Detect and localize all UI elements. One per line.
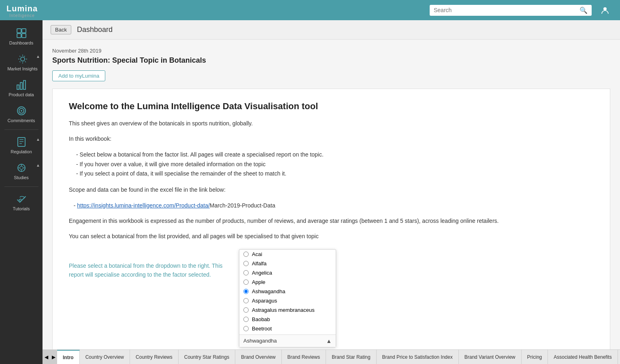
tab-item-brand-overview[interactable]: Brand Overview <box>235 350 281 364</box>
dropdown-item-label: Beetroot <box>252 326 272 332</box>
sidebar-section-studies: Studies ▲ <box>0 158 43 184</box>
tab-nav-left-button[interactable]: ◀ <box>43 350 50 364</box>
regulation-chevron-icon: ▲ <box>36 137 40 142</box>
dropdown-item[interactable]: Asparagus <box>239 296 336 305</box>
report-area: November 28th 2019 Sports Nutrition: Spe… <box>43 40 620 349</box>
bottom-section: Please select a botanical from the dropd… <box>69 249 594 347</box>
tab-item-pricing[interactable]: Pricing <box>522 350 548 364</box>
botanical-dropdown[interactable]: AcaiAlfalfaAngelicaAppleAshwagandhaAspar… <box>239 249 336 347</box>
sidebar-item-dashboards[interactable]: Dashboards <box>0 23 43 49</box>
sidebar-item-market-insights[interactable]: Market Insights <box>0 49 43 75</box>
target-icon <box>16 105 27 116</box>
dropdown-item-label: Ashwagandha <box>252 288 285 294</box>
tab-item-associated-botanicals[interactable]: Associated Botanicals <box>618 350 620 364</box>
scope-intro: Scope and data can be found in the excel… <box>69 185 594 194</box>
dropdown-item-label: Astragalus membranaceus <box>252 307 315 313</box>
insights-chevron-icon: ▲ <box>36 54 40 59</box>
scope-link-line: - https://insights.lumina-intelligence.c… <box>69 201 594 210</box>
tab-item-intro[interactable]: Intro <box>57 350 80 364</box>
dropdown-item[interactable]: Ashwagandha <box>239 287 336 296</box>
dropdown-item[interactable]: Angelica <box>239 268 336 277</box>
top-bar: Lumina Intelligence 🔍 <box>0 0 620 20</box>
studies-label: Studies <box>14 175 29 180</box>
user-icon-button[interactable] <box>597 2 614 19</box>
svg-rect-4 <box>22 34 26 38</box>
link-suffix: March-2019-Product-Data <box>210 202 275 209</box>
logo-subtitle: Intelligence <box>9 13 35 18</box>
svg-point-14 <box>20 166 23 169</box>
sidebar-item-tutorials[interactable]: Tutorials <box>0 189 43 215</box>
dropdown-item-label: Apple <box>252 279 265 285</box>
dropdown-selected-value: Ashwagandha <box>243 338 277 344</box>
search-input[interactable] <box>434 7 580 13</box>
tab-item-country-star-ratings[interactable]: Country Star Ratings <box>179 350 235 364</box>
you-can-para: You can select a botanical from the list… <box>69 232 594 241</box>
add-to-mylumina-button[interactable]: Add to myLumina <box>52 70 105 81</box>
in-this-workbook-label: In this workbook: <box>69 134 594 143</box>
dropdown-item[interactable]: Alfalfa <box>239 259 336 268</box>
bottom-tabs: ◀ ▶ IntroCountry OverviewCountry Reviews… <box>43 349 620 364</box>
sidebar-section-regulation: Regulation ▲ <box>0 132 43 158</box>
dropdown-item[interactable]: Baobab <box>239 315 336 324</box>
svg-point-11 <box>21 110 22 112</box>
scope-link[interactable]: https://insights.lumina-intelligence.com… <box>77 202 210 209</box>
dropdown-item[interactable]: Beetroot <box>239 324 336 333</box>
intro-para-1: This sheet gives an overview of the bota… <box>69 119 594 128</box>
sidebar-divider-2 <box>4 186 38 187</box>
sidebar-item-product-data[interactable]: Product data <box>0 75 43 101</box>
sidebar-item-studies[interactable]: Studies <box>0 158 43 184</box>
sidebar-section-insights-header: Market Insights ▲ <box>0 49 43 75</box>
sidebar-section-insights: Market Insights ▲ <box>0 49 43 75</box>
svg-point-5 <box>21 57 25 61</box>
tab-item-brand-price-to-satisfaction-index[interactable]: Brand Price to Satisfaction Index <box>377 350 459 364</box>
workbook-bullets: - Select below a botanical from the fact… <box>76 150 594 179</box>
tab-nav-right-button[interactable]: ▶ <box>50 350 57 364</box>
sidebar-divider-1 <box>4 129 38 130</box>
dashboards-label: Dashboards <box>9 40 33 45</box>
sidebar-item-commitments[interactable]: Commitments <box>0 101 43 127</box>
book-icon <box>16 136 27 148</box>
svg-rect-3 <box>17 34 21 38</box>
dropdown-chevron-up-icon[interactable]: ▲ <box>326 338 332 344</box>
svg-rect-2 <box>22 29 26 33</box>
welcome-title: Welcome to the Lumina Intelligence Data … <box>69 101 594 112</box>
bar-chart-icon <box>16 79 27 91</box>
tab-item-brand-star-rating[interactable]: Brand Star Rating <box>326 350 376 364</box>
sidebar: Dashboards Market Insights ▲ Prod <box>0 20 43 364</box>
grid-icon <box>16 28 27 39</box>
report-title: Sports Nutrition: Special Topic in Botan… <box>52 56 610 65</box>
tab-item-country-reviews[interactable]: Country Reviews <box>130 350 179 364</box>
report-content: Welcome to the Lumina Intelligence Data … <box>52 89 610 349</box>
user-icon <box>601 6 609 15</box>
tab-item-associated-health-benefits[interactable]: Associated Health Benefits <box>548 350 618 364</box>
svg-rect-8 <box>23 80 26 89</box>
engagement-para: Engagement in this workbook is expressed… <box>69 216 594 225</box>
main-layout: Dashboards Market Insights ▲ Prod <box>0 20 620 364</box>
search-icon-button[interactable]: 🔍 <box>580 6 588 14</box>
tab-item-brand-variant-overview[interactable]: Brand Variant Overview <box>459 350 522 364</box>
dropdown-item-label: Baobab <box>252 316 270 322</box>
dropdown-item-label: Alfalfa <box>252 260 266 267</box>
dashboard-title: Dashboard <box>77 25 113 34</box>
svg-rect-12 <box>18 138 25 146</box>
back-button[interactable]: Back <box>51 25 71 34</box>
tab-item-brand-reviews[interactable]: Brand Reviews <box>282 350 326 364</box>
bullet-1: - Select below a botanical from the fact… <box>76 150 594 160</box>
dropdown-item[interactable]: Apple <box>239 277 336 287</box>
search-wrapper: 🔍 <box>430 5 592 16</box>
insights-icon <box>17 53 28 65</box>
dropdown-item[interactable]: Acai <box>239 250 336 259</box>
dropdown-item[interactable]: Astragalus membranaceus <box>239 305 336 315</box>
bullet-3: - If you select a point of data, it will… <box>76 169 594 179</box>
product-data-label: Product data <box>9 92 34 97</box>
tab-item-country-overview[interactable]: Country Overview <box>80 350 130 364</box>
instruction-text: Please select a botanical from the dropd… <box>69 261 223 279</box>
studies-chevron-icon: ▲ <box>36 163 40 167</box>
svg-point-0 <box>603 7 607 11</box>
commitments-label: Commitments <box>8 118 35 123</box>
sidebar-item-regulation[interactable]: Regulation <box>0 132 43 158</box>
dropdown-list: AcaiAlfalfaAngelicaAppleAshwagandhaAspar… <box>239 250 336 334</box>
tutorials-label: Tutorials <box>13 206 30 211</box>
dropdown-item-label: Angelica <box>252 270 272 276</box>
dropdown-footer: Ashwagandha ▲ <box>239 334 336 347</box>
